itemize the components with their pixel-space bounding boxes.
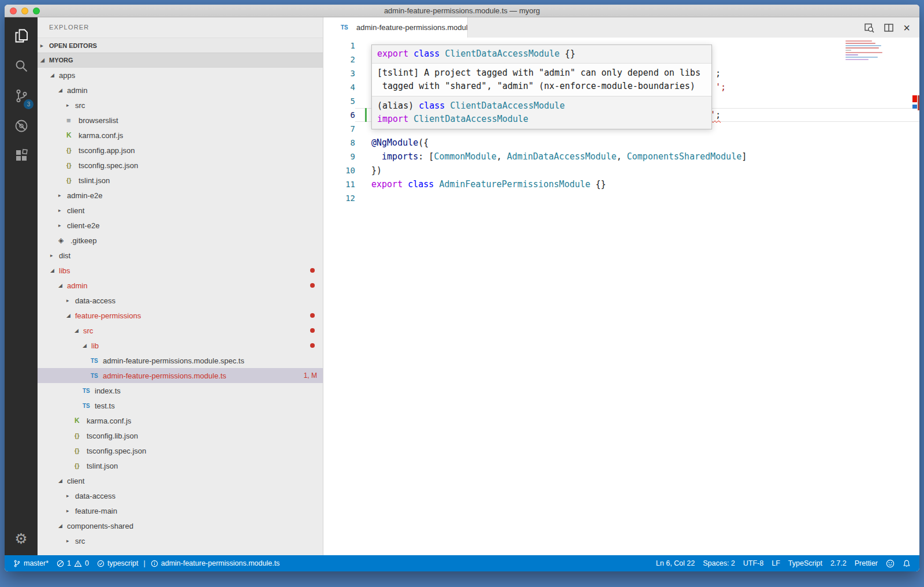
- tree-item-components-shared[interactable]: ◢components-shared: [38, 518, 323, 533]
- git-branch-icon: [13, 559, 21, 568]
- debug-icon[interactable]: [5, 111, 38, 141]
- ts-version-item[interactable]: 2.7.2: [826, 555, 851, 571]
- twisty-collapsed-icon[interactable]: ▸: [50, 252, 59, 258]
- twisty-collapsed-icon[interactable]: ▸: [66, 538, 75, 544]
- code-area[interactable]: 123 ;4 ';56import { ClientDataAccessModu…: [323, 38, 919, 555]
- twisty-expanded-icon[interactable]: ◢: [58, 478, 67, 484]
- cursor-position-item[interactable]: Ln 6, Col 22: [652, 555, 699, 571]
- tree-item-label: src: [83, 326, 93, 335]
- tree-item-admin-e2e[interactable]: ▸admin-e2e: [38, 188, 323, 203]
- twisty-collapsed-icon[interactable]: ▸: [58, 207, 67, 213]
- tree-item-libs[interactable]: ◢libs: [38, 263, 323, 278]
- tree-item-tsconfig.spec.json[interactable]: {}tsconfig.spec.json: [38, 443, 323, 458]
- source-control-icon[interactable]: 3: [5, 81, 38, 111]
- tree-item-tslint.json[interactable]: {}tslint.json: [38, 173, 323, 188]
- tree-item-admin[interactable]: ◢admin: [38, 278, 323, 293]
- twisty-expanded-icon[interactable]: ◢: [50, 72, 59, 78]
- tree-item-src[interactable]: ▸src: [38, 533, 323, 548]
- file-status-item[interactable]: admin-feature-permissions.module.ts: [147, 555, 284, 571]
- settings-gear-icon[interactable]: ⚙: [14, 530, 27, 547]
- twisty-expanded-icon[interactable]: ◢: [83, 343, 91, 348]
- extensions-icon[interactable]: [5, 141, 38, 171]
- twisty-collapsed-icon[interactable]: ▸: [58, 222, 67, 228]
- encoding-item[interactable]: UTF-8: [739, 555, 767, 571]
- tree-item-feature-main[interactable]: ▸feature-main: [38, 503, 323, 518]
- twisty-expanded-icon[interactable]: ◢: [74, 328, 83, 333]
- tab-bar: TS admin-feature-permissions.module.ts ×: [323, 17, 919, 38]
- twisty-expanded-icon[interactable]: ◢: [58, 87, 67, 93]
- twisty-expanded-icon[interactable]: ◢: [58, 283, 67, 288]
- twisty-expanded-icon[interactable]: ◢: [66, 313, 75, 318]
- tree-item-client[interactable]: ◢client: [38, 473, 323, 488]
- problems-item[interactable]: 1 0: [53, 555, 93, 571]
- minimap[interactable]: [845, 40, 884, 61]
- twisty-collapsed-icon[interactable]: ▸: [66, 298, 75, 303]
- tree-item-index.ts[interactable]: TSindex.ts: [38, 383, 323, 398]
- file-status-label: admin-feature-permissions.module.ts: [161, 559, 280, 567]
- git-branch-item[interactable]: master*: [9, 555, 53, 571]
- tree-item-label: libs: [59, 266, 70, 275]
- code-line-8[interactable]: 8@NgModule({: [323, 136, 919, 150]
- gutter-modified-indicator: [365, 108, 367, 122]
- feedback-smiley-icon[interactable]: [882, 555, 899, 571]
- code-line-12[interactable]: 12: [323, 191, 919, 205]
- overview-ruler-cursor-mark: [912, 105, 917, 109]
- tree-item-admin-feature-permissions.module.ts[interactable]: TSadmin-feature-permissions.module.ts1, …: [38, 368, 323, 383]
- tree-item-client-e2e[interactable]: ▸client-e2e: [38, 218, 323, 233]
- tree-item-tsconfig.app.json[interactable]: {}tsconfig.app.json: [38, 143, 323, 158]
- tree-item-client[interactable]: ▸client: [38, 203, 323, 218]
- tree-item-data-access[interactable]: ▸data-access: [38, 488, 323, 503]
- tree-item-data-access[interactable]: ▸data-access: [38, 293, 323, 308]
- tree-item-label: karma.conf.js: [79, 131, 123, 140]
- twisty-collapsed-icon[interactable]: ▸: [66, 508, 75, 514]
- tree-item-label: tslint.json: [79, 176, 110, 185]
- open-preview-icon[interactable]: [864, 23, 874, 33]
- tree-item-src[interactable]: ▸src: [38, 98, 323, 113]
- split-editor-icon[interactable]: [884, 23, 894, 33]
- code-line-11[interactable]: 11export class AdminFeaturePermissionsMo…: [323, 177, 919, 191]
- tree-item-admin-feature-permissions.module.spec.ts[interactable]: TSadmin-feature-permissions.module.spec.…: [38, 353, 323, 368]
- tree-item-karma.conf.js[interactable]: Kkarma.conf.js: [38, 128, 323, 143]
- notifications-bell-icon[interactable]: [899, 555, 915, 571]
- linter-status-item[interactable]: typescript: [93, 555, 143, 571]
- tree-item-apps[interactable]: ◢apps: [38, 68, 323, 83]
- explorer-icon[interactable]: [5, 21, 38, 51]
- encoding-label: UTF-8: [743, 559, 763, 567]
- tree-item-dist[interactable]: ▸dist: [38, 248, 323, 263]
- code-line-10[interactable]: 10}): [323, 164, 919, 177]
- tree-item-.gitkeep[interactable]: ◈.gitkeep: [38, 233, 323, 248]
- language-mode-item[interactable]: TypeScript: [784, 555, 826, 571]
- eol-item[interactable]: LF: [767, 555, 784, 571]
- tab-admin-feature-permissions[interactable]: TS admin-feature-permissions.module.ts: [323, 17, 468, 38]
- open-editors-section[interactable]: ▸ OPEN EDITORS: [38, 38, 323, 53]
- tree-item-admin[interactable]: ◢admin: [38, 83, 323, 98]
- zoom-window-button[interactable]: [33, 8, 40, 14]
- code-line-9[interactable]: 9 imports: [CommonModule, AdminDataAcces…: [323, 150, 919, 164]
- workspace-root-section[interactable]: ◢ MYORG: [38, 53, 323, 68]
- close-window-button[interactable]: [10, 8, 17, 14]
- tree-item-feature-permissions[interactable]: ◢feature-permissions: [38, 308, 323, 323]
- gitkeep-file-icon: ◈: [58, 236, 70, 244]
- tree-item-karma.conf.js[interactable]: Kkarma.conf.js: [38, 413, 323, 428]
- twisty-collapsed-icon[interactable]: ▸: [66, 493, 75, 499]
- tree-item-src[interactable]: ◢src: [38, 323, 323, 338]
- tree-item-label: admin-feature-permissions.module.spec.ts: [103, 356, 244, 365]
- tab-label: admin-feature-permissions.module.ts: [356, 23, 468, 32]
- tree-item-tsconfig.lib.json[interactable]: {}tsconfig.lib.json: [38, 428, 323, 443]
- tree-item-tsconfig.spec.json[interactable]: {}tsconfig.spec.json: [38, 158, 323, 173]
- titlebar: admin-feature-permissions.module.ts — my…: [5, 5, 919, 17]
- minimize-window-button[interactable]: [21, 8, 28, 14]
- tree-item-browserslist[interactable]: ≡browserslist: [38, 113, 323, 128]
- twisty-expanded-icon[interactable]: ◢: [58, 523, 67, 529]
- tree-item-lib[interactable]: ◢lib: [38, 338, 323, 353]
- search-icon[interactable]: [5, 51, 38, 81]
- indentation-item[interactable]: Spaces: 2: [699, 555, 739, 571]
- tree-item-tslint.json[interactable]: {}tslint.json: [38, 458, 323, 473]
- twisty-expanded-icon[interactable]: ◢: [50, 268, 59, 273]
- tree-item-label: admin-e2e: [67, 191, 102, 200]
- formatter-item[interactable]: Prettier: [851, 555, 882, 571]
- twisty-collapsed-icon[interactable]: ▸: [58, 192, 67, 198]
- close-editor-icon[interactable]: ×: [903, 22, 910, 34]
- tree-item-test.ts[interactable]: TStest.ts: [38, 398, 323, 413]
- twisty-collapsed-icon[interactable]: ▸: [66, 102, 75, 108]
